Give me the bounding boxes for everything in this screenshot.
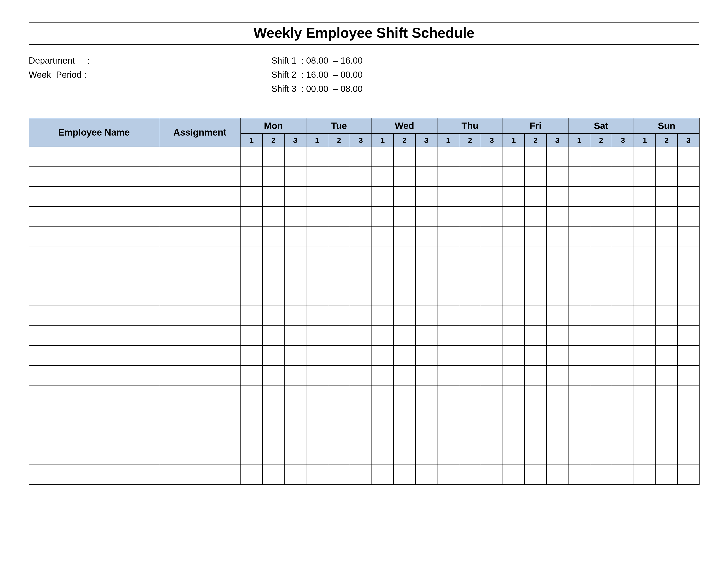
cell-shift[interactable] xyxy=(503,147,525,167)
cell-shift[interactable] xyxy=(306,346,328,366)
cell-shift[interactable] xyxy=(656,405,677,425)
cell-shift[interactable] xyxy=(590,346,612,366)
cell-shift[interactable] xyxy=(459,286,481,306)
cell-shift[interactable] xyxy=(241,465,263,485)
cell-shift[interactable] xyxy=(503,405,525,425)
cell-shift[interactable] xyxy=(568,445,590,465)
cell-shift[interactable] xyxy=(481,385,503,405)
cell-shift[interactable] xyxy=(546,206,568,226)
cell-shift[interactable] xyxy=(284,286,306,306)
cell-shift[interactable] xyxy=(568,465,590,485)
cell-shift[interactable] xyxy=(328,286,350,306)
cell-shift[interactable] xyxy=(372,385,394,405)
cell-shift[interactable] xyxy=(481,147,503,167)
cell-shift[interactable] xyxy=(634,405,656,425)
cell-shift[interactable] xyxy=(525,167,546,186)
cell-shift[interactable] xyxy=(284,226,306,246)
cell-shift[interactable] xyxy=(503,306,525,326)
cell-shift[interactable] xyxy=(284,266,306,286)
cell-shift[interactable] xyxy=(437,246,459,266)
cell-assignment[interactable] xyxy=(159,405,241,425)
cell-shift[interactable] xyxy=(546,147,568,167)
cell-shift[interactable] xyxy=(263,306,284,326)
cell-shift[interactable] xyxy=(394,326,415,346)
cell-shift[interactable] xyxy=(656,306,677,326)
cell-shift[interactable] xyxy=(284,445,306,465)
cell-assignment[interactable] xyxy=(159,346,241,366)
cell-shift[interactable] xyxy=(525,326,546,346)
cell-shift[interactable] xyxy=(677,186,699,206)
cell-shift[interactable] xyxy=(656,147,677,167)
cell-shift[interactable] xyxy=(677,206,699,226)
cell-shift[interactable] xyxy=(677,266,699,286)
cell-shift[interactable] xyxy=(656,346,677,366)
cell-shift[interactable] xyxy=(306,206,328,226)
cell-shift[interactable] xyxy=(372,266,394,286)
cell-shift[interactable] xyxy=(306,186,328,206)
cell-shift[interactable] xyxy=(459,226,481,246)
cell-shift[interactable] xyxy=(525,346,546,366)
cell-shift[interactable] xyxy=(481,186,503,206)
cell-shift[interactable] xyxy=(437,306,459,326)
cell-shift[interactable] xyxy=(328,186,350,206)
cell-shift[interactable] xyxy=(590,445,612,465)
cell-shift[interactable] xyxy=(656,266,677,286)
cell-employee-name[interactable] xyxy=(29,346,159,366)
cell-shift[interactable] xyxy=(525,266,546,286)
cell-shift[interactable] xyxy=(437,286,459,306)
cell-shift[interactable] xyxy=(241,186,263,206)
cell-shift[interactable] xyxy=(459,306,481,326)
cell-shift[interactable] xyxy=(568,186,590,206)
cell-shift[interactable] xyxy=(634,167,656,186)
cell-assignment[interactable] xyxy=(159,385,241,405)
cell-shift[interactable] xyxy=(263,425,284,445)
cell-shift[interactable] xyxy=(350,147,372,167)
cell-shift[interactable] xyxy=(306,246,328,266)
cell-shift[interactable] xyxy=(328,465,350,485)
cell-shift[interactable] xyxy=(350,167,372,186)
cell-shift[interactable] xyxy=(350,326,372,346)
cell-shift[interactable] xyxy=(677,147,699,167)
cell-shift[interactable] xyxy=(677,425,699,445)
cell-shift[interactable] xyxy=(525,206,546,226)
cell-shift[interactable] xyxy=(263,147,284,167)
cell-shift[interactable] xyxy=(263,226,284,246)
cell-shift[interactable] xyxy=(394,385,415,405)
cell-shift[interactable] xyxy=(284,326,306,346)
cell-shift[interactable] xyxy=(590,226,612,246)
cell-shift[interactable] xyxy=(481,425,503,445)
cell-shift[interactable] xyxy=(350,445,372,465)
cell-shift[interactable] xyxy=(568,246,590,266)
cell-shift[interactable] xyxy=(241,445,263,465)
cell-shift[interactable] xyxy=(612,306,634,326)
cell-shift[interactable] xyxy=(481,306,503,326)
cell-shift[interactable] xyxy=(459,346,481,366)
cell-shift[interactable] xyxy=(612,226,634,246)
cell-shift[interactable] xyxy=(459,206,481,226)
cell-shift[interactable] xyxy=(306,147,328,167)
cell-employee-name[interactable] xyxy=(29,385,159,405)
cell-shift[interactable] xyxy=(590,246,612,266)
cell-shift[interactable] xyxy=(437,206,459,226)
cell-shift[interactable] xyxy=(241,346,263,366)
cell-shift[interactable] xyxy=(525,445,546,465)
cell-shift[interactable] xyxy=(503,286,525,306)
cell-shift[interactable] xyxy=(612,206,634,226)
cell-shift[interactable] xyxy=(525,385,546,405)
cell-shift[interactable] xyxy=(394,405,415,425)
cell-shift[interactable] xyxy=(241,206,263,226)
cell-assignment[interactable] xyxy=(159,286,241,306)
cell-shift[interactable] xyxy=(241,366,263,385)
cell-shift[interactable] xyxy=(677,246,699,266)
cell-shift[interactable] xyxy=(350,186,372,206)
cell-shift[interactable] xyxy=(437,147,459,167)
cell-shift[interactable] xyxy=(481,246,503,266)
cell-shift[interactable] xyxy=(415,147,437,167)
cell-shift[interactable] xyxy=(328,445,350,465)
cell-shift[interactable] xyxy=(372,147,394,167)
cell-shift[interactable] xyxy=(459,147,481,167)
cell-shift[interactable] xyxy=(546,465,568,485)
cell-shift[interactable] xyxy=(263,405,284,425)
cell-shift[interactable] xyxy=(437,226,459,246)
cell-shift[interactable] xyxy=(284,246,306,266)
